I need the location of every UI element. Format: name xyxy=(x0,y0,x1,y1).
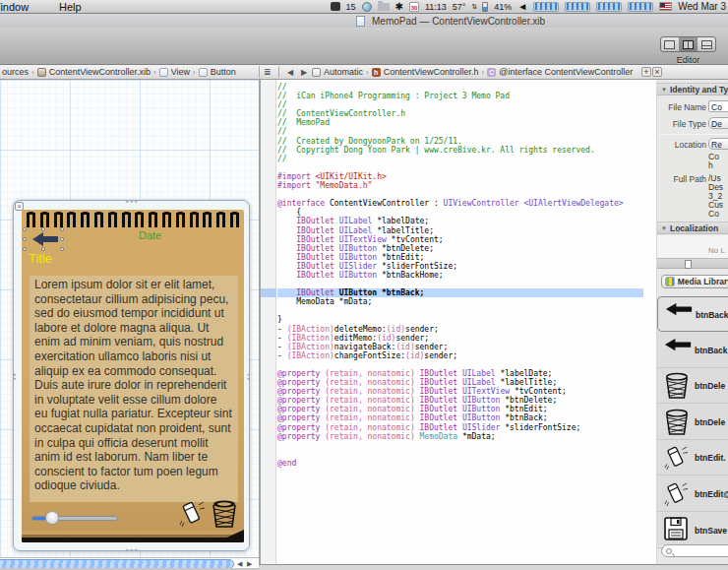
code-line[interactable] xyxy=(277,450,643,459)
code-line[interactable]: IBOutlet UIButton *btnBackHome; xyxy=(277,271,643,280)
media-item-btnBack[interactable]: btnBack xyxy=(657,296,728,332)
code-line[interactable]: // MemoPad xyxy=(277,118,643,127)
folder-icon[interactable] xyxy=(378,3,390,11)
font-size-slider[interactable] xyxy=(31,511,118,525)
media-item-btnEdit[interactable]: btnEdit@ xyxy=(657,476,728,512)
code-line[interactable]: // iCan iPhone4 Programming : Project 3 … xyxy=(277,92,643,100)
memo-text-view[interactable]: Lorem ipsum dolor sit er elit lamet, con… xyxy=(30,276,238,502)
code-line[interactable]: // xyxy=(277,83,643,92)
date-label[interactable]: Date xyxy=(139,229,161,241)
media-search-field[interactable] xyxy=(661,544,728,557)
selection-handle[interactable] xyxy=(23,237,27,241)
code-line[interactable]: - (IBAction)deleteMemo:(id)sender; xyxy=(277,325,643,334)
slider-thumb[interactable] xyxy=(45,511,59,525)
code-line[interactable]: @property (retain, nonatomic) IBOutlet U… xyxy=(277,423,643,432)
breadcrumb-item[interactable]: ources xyxy=(2,67,29,77)
code-line[interactable]: // Copyright Dong Yoon Park | www.cre8iv… xyxy=(277,146,643,155)
delete-button-icon[interactable] xyxy=(211,499,238,529)
selection-handle[interactable] xyxy=(23,227,27,231)
media-library-list[interactable]: btnBackbtnBackbtnDelebtnDelebtnEdit.btnE… xyxy=(657,296,728,545)
menu-help[interactable]: Help xyxy=(59,1,82,13)
code-line[interactable]: - (IBAction)navigateBack:(id)sender; xyxy=(277,343,643,351)
code-line[interactable]: // Created by DongyoonPark on 1/25/11. xyxy=(277,137,643,146)
nav-back-button[interactable]: ◀ xyxy=(283,65,297,79)
ib-breadcrumb[interactable]: ources›ContentViewController.xib›View›Bu… xyxy=(2,65,236,79)
input-menu-icon[interactable] xyxy=(331,2,340,11)
standard-editor-button[interactable] xyxy=(661,37,680,51)
code-line[interactable]: IBOutlet UIButton *btnEdit; xyxy=(277,253,643,262)
assistant-editor-button[interactable] xyxy=(680,37,698,51)
related-items-icon[interactable]: ≣ xyxy=(264,65,272,79)
edit-button-icon[interactable] xyxy=(179,499,205,529)
code-line[interactable] xyxy=(277,163,643,172)
code-line[interactable]: - (IBAction)changeFontSize:(id)sender; xyxy=(277,351,643,360)
code-line[interactable]: @property (retain, nonatomic) IBOutlet U… xyxy=(277,369,643,378)
code-line[interactable]: #import <UIKit/UIKit.h> xyxy=(277,172,643,181)
code-line[interactable]: @end xyxy=(277,459,643,468)
media-item-btnBack[interactable]: btnBack xyxy=(657,333,728,368)
code-line[interactable]: IBOutlet UILabel *labelTitle; xyxy=(277,226,643,235)
code-line[interactable]: @property (retain, nonatomic) IBOutlet U… xyxy=(277,405,643,413)
editor-breadcrumb[interactable]: Automatic›hContentViewController.h›C@int… xyxy=(312,65,633,79)
code-line[interactable]: IBOutlet UISlider *sliderFontSize; xyxy=(277,262,643,271)
code-line[interactable] xyxy=(277,280,643,288)
code-line[interactable]: @interface ContentViewController : UIVie… xyxy=(277,199,643,208)
code-line[interactable]: @property (retain, nonatomic) IBOutlet U… xyxy=(277,378,643,387)
selection-handle[interactable] xyxy=(23,247,27,251)
calendar-icon[interactable]: 30 xyxy=(409,2,419,12)
selection-handle[interactable] xyxy=(60,227,64,231)
version-editor-button[interactable] xyxy=(698,37,715,51)
ib-canvas[interactable]: × ● ● ● ● ● ● ●● ●● ∙∙ ∙∙ ∙∙ Date Title … xyxy=(0,80,259,557)
media-library-dropdown[interactable]: Media Library xyxy=(661,275,728,288)
code-line[interactable]: @property (retain, nonatomic) IBOutlet U… xyxy=(277,413,643,422)
editor-segmented-control[interactable] xyxy=(660,36,716,52)
code-line[interactable]: @property (retain, nonatomic) IBOutlet U… xyxy=(277,387,643,396)
code-line[interactable]: // xyxy=(277,100,643,109)
breadcrumb-item[interactable]: View xyxy=(171,67,190,77)
file-name-field[interactable]: Co xyxy=(708,100,728,112)
media-item-btnDele[interactable]: btnDele xyxy=(657,405,728,440)
code-line[interactable]: - (IBAction)editMemo:(id)sender; xyxy=(277,334,643,343)
menu-window[interactable]: Window xyxy=(0,1,29,13)
volume-icon[interactable]: ◄ xyxy=(517,2,527,12)
location-dropdown[interactable]: Re xyxy=(708,138,728,150)
code-line[interactable]: // xyxy=(277,155,643,163)
breadcrumb-item[interactable]: ContentViewController.xib xyxy=(49,67,151,77)
selection-handle[interactable] xyxy=(60,247,64,251)
breadcrumb-item[interactable]: Button xyxy=(211,67,236,77)
code-line[interactable]: MemoData *mData; xyxy=(277,297,643,306)
breadcrumb-item[interactable]: Automatic xyxy=(324,67,363,77)
code-line[interactable] xyxy=(277,190,643,199)
flag-icon[interactable] xyxy=(659,2,672,11)
identity-section-header[interactable]: ▼Identity and Type xyxy=(657,83,728,95)
breadcrumb-item[interactable]: ContentViewController.h xyxy=(384,67,479,77)
code-line[interactable]: IBOutlet UIButton *btnBack; xyxy=(277,288,643,297)
title-label[interactable]: Title xyxy=(29,251,52,266)
file-badge-icon[interactable] xyxy=(685,260,692,269)
code-line[interactable] xyxy=(277,306,643,315)
code-line[interactable]: { xyxy=(277,208,643,217)
code-line[interactable]: IBOutlet UILabel *labelDate; xyxy=(277,217,643,225)
close-assistant-editor-button[interactable]: × xyxy=(652,67,662,77)
back-button[interactable] xyxy=(25,229,62,249)
selection-handle[interactable] xyxy=(60,237,64,241)
code-line[interactable]: @property (retain, nonatomic) IBOutlet U… xyxy=(277,396,643,405)
code-line[interactable]: } xyxy=(277,315,643,324)
code-line[interactable] xyxy=(277,441,643,450)
nav-forward-button[interactable]: ▶ xyxy=(297,65,311,79)
file-type-dropdown[interactable]: De xyxy=(708,117,728,129)
app-icon[interactable]: ✱ xyxy=(395,2,403,12)
media-item-btnEdit[interactable]: btnEdit. xyxy=(657,440,728,475)
breadcrumb-item[interactable]: @interface ContentViewController xyxy=(499,67,633,77)
selection-handle[interactable] xyxy=(41,227,45,231)
code-line[interactable]: #import "MemoData.h" xyxy=(277,181,643,190)
ib-view-window[interactable]: × ● ● ● ● ● ● ●● ●● ∙∙ ∙∙ ∙∙ Date Title … xyxy=(13,200,250,551)
code-line[interactable]: // xyxy=(277,127,643,136)
code-line[interactable]: IBOutlet UITextView *tvContent; xyxy=(277,235,643,244)
code-line[interactable]: @property (retain, nonatomic) MemoData *… xyxy=(277,432,643,441)
add-assistant-editor-button[interactable]: + xyxy=(641,67,651,77)
code-line[interactable]: IBOutlet UIButton *btnDelete; xyxy=(277,244,643,253)
media-item-btnSave[interactable]: btnSave xyxy=(657,513,728,548)
code-editor[interactable]: //// iCan iPhone4 Programming : Project … xyxy=(261,80,656,564)
sync-icon[interactable]: ⇅ xyxy=(471,3,476,11)
